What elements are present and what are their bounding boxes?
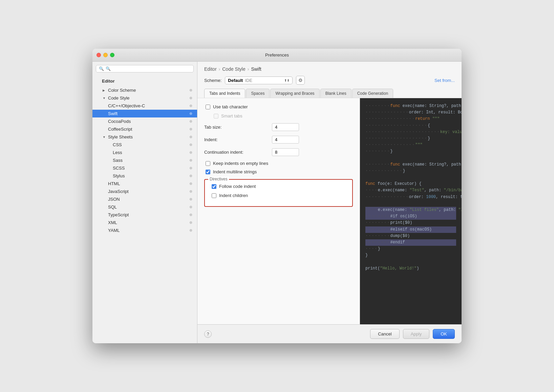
copy-icon[interactable]: ⊕ xyxy=(189,158,192,162)
code-line: ····} xyxy=(365,246,456,252)
use-tab-character-checkbox[interactable] xyxy=(206,105,210,109)
follow-code-indent-checkbox[interactable] xyxy=(212,184,216,189)
ok-button[interactable]: OK xyxy=(433,329,455,339)
sidebar-item-html[interactable]: HTML ⊕ xyxy=(92,180,197,188)
copy-icon[interactable]: ⊕ xyxy=(189,228,192,233)
indent-multiline-checkbox[interactable] xyxy=(206,170,210,174)
disclosure-arrow-open: ▼ xyxy=(103,96,107,100)
tabs-row: Tabs and Indents Spaces Wrapping and Bra… xyxy=(204,89,455,98)
continuation-indent-input[interactable] xyxy=(272,148,299,156)
code-line-highlight: ········#if os(iOS) xyxy=(365,213,456,220)
continuation-indent-row: Continuation indent: xyxy=(204,148,353,156)
code-line: ············} xyxy=(365,168,456,174)
copy-icon[interactable]: ⊕ xyxy=(189,181,192,186)
continuation-indent-label: Continuation indent: xyxy=(204,150,272,155)
sidebar: 🔍 Editor ▶ Color Scheme ⊕ ▼ Code Style ⊕… xyxy=(92,62,197,343)
sidebar-item-sass[interactable]: Sass ⊕ xyxy=(92,156,197,164)
use-tab-character-label: Use tab character xyxy=(213,104,248,109)
copy-icon[interactable]: ⊕ xyxy=(189,135,192,139)
sidebar-item-style-sheets[interactable]: ▼ Style Sheets ⊕ xyxy=(92,133,197,141)
disclosure-arrow-open: ▼ xyxy=(103,135,107,139)
sidebar-item-scss[interactable]: SCSS ⊕ xyxy=(92,164,197,172)
copy-icon[interactable]: ⊕ xyxy=(189,220,192,225)
code-line: } xyxy=(365,252,456,259)
copy-icon[interactable]: ⊕ xyxy=(189,213,192,217)
cancel-button[interactable]: Cancel xyxy=(370,329,399,339)
apply-button[interactable]: Apply xyxy=(403,329,430,339)
sidebar-item-javascript[interactable]: JavaScript ⊕ xyxy=(92,188,197,195)
tab-spaces[interactable]: Spaces xyxy=(246,89,270,98)
maximize-button[interactable] xyxy=(110,53,114,57)
help-button[interactable]: ? xyxy=(204,330,212,338)
breadcrumb-sep: › xyxy=(248,66,249,72)
sidebar-item-coffeescript[interactable]: CoffeeScript ⊕ xyxy=(92,125,197,133)
copy-icon[interactable]: ⊕ xyxy=(189,104,192,108)
search-input[interactable] xyxy=(106,66,191,71)
code-line-highlight: ········#elseif os(macOS) xyxy=(365,226,456,233)
copy-icon[interactable]: ⊕ xyxy=(189,197,192,201)
copy-icon[interactable]: ⊕ xyxy=(189,174,192,178)
use-tab-character-row: Use tab character xyxy=(204,104,353,109)
code-line: ··············order: Int, result: Bool) … xyxy=(365,109,456,116)
breadcrumb-sep: › xyxy=(219,66,220,72)
minimize-button[interactable] xyxy=(103,53,108,57)
copy-icon[interactable]: ⊕ xyxy=(189,88,192,92)
tab-size-row: Tab size: xyxy=(204,123,353,131)
sidebar-item-sql[interactable]: SQL ⊕ xyxy=(92,203,197,211)
code-line: ························key: value xyxy=(365,129,456,135)
sidebar-item-cpp[interactable]: C/C++/Objective-C ⊕ xyxy=(92,102,197,110)
indent-input[interactable] xyxy=(272,136,299,144)
code-line: ················""" xyxy=(365,142,456,148)
set-from-link[interactable]: Set from... xyxy=(434,78,455,83)
tab-code-generation[interactable]: Code Generation xyxy=(352,89,393,98)
code-line-highlight: ····e.exec(name: "List files", path: "ls… xyxy=(365,207,456,213)
tab-size-label: Tab size: xyxy=(204,125,272,130)
scheme-dropdown[interactable]: Default IDE ⬆⬇ xyxy=(225,77,293,84)
sidebar-item-less[interactable]: Less ⊕ xyxy=(92,149,197,156)
tab-blank-lines[interactable]: Blank Lines xyxy=(320,89,351,98)
sidebar-item-stylus[interactable]: Stylus ⊕ xyxy=(92,172,197,180)
dropdown-arrow: ⬆⬇ xyxy=(284,79,290,82)
smart-tabs-label: Smart tabs xyxy=(221,113,242,118)
smart-tabs-row: Smart tabs xyxy=(204,113,353,118)
sidebar-item-code-style[interactable]: ▼ Code Style ⊕ xyxy=(92,94,197,102)
copy-icon[interactable]: ⊕ xyxy=(189,205,192,209)
gear-button[interactable]: ⚙ xyxy=(296,76,305,85)
sidebar-item-json[interactable]: JSON ⊕ xyxy=(92,195,197,203)
search-icon: 🔍 xyxy=(99,66,104,71)
sidebar-item-color-scheme[interactable]: ▶ Color Scheme ⊕ xyxy=(92,86,197,94)
copy-icon[interactable]: ⊕ xyxy=(189,189,192,194)
copy-icon[interactable]: ⊕ xyxy=(189,111,192,116)
sidebar-item-xml[interactable]: XML ⊕ xyxy=(92,219,197,226)
code-preview: ········func exec(name: String?, path: S… xyxy=(360,98,462,324)
smart-tabs-checkbox[interactable] xyxy=(214,114,218,118)
indent-row: Indent: xyxy=(204,136,353,144)
indent-children-checkbox[interactable] xyxy=(212,193,216,198)
sidebar-item-swift[interactable]: Swift ⊕ xyxy=(92,110,197,117)
code-line: ····················} xyxy=(365,135,456,142)
copy-icon[interactable]: ⊕ xyxy=(189,150,192,155)
sidebar-item-yaml[interactable]: YAML ⊕ xyxy=(92,226,197,234)
sidebar-item-css[interactable]: CSS ⊕ xyxy=(92,141,197,149)
code-line: ····e.exec(name: "Test", path: "/bin/bas… xyxy=(365,187,456,194)
sidebar-item-typescript[interactable]: TypeScript ⊕ xyxy=(92,211,197,219)
copy-icon[interactable]: ⊕ xyxy=(189,96,192,100)
tab-size-input[interactable] xyxy=(272,123,299,131)
settings-panel: Use tab character Smart tabs Tab size: xyxy=(197,98,360,324)
scheme-row: Scheme: Default IDE ⬆⬇ ⚙ Set from... xyxy=(204,76,455,85)
copy-icon[interactable]: ⊕ xyxy=(189,143,192,147)
keep-indents-checkbox[interactable] xyxy=(206,161,210,166)
follow-code-indent-row: Follow code indent xyxy=(210,184,347,189)
tab-wrapping-braces[interactable]: Wrapping and Braces xyxy=(270,89,319,98)
copy-icon[interactable]: ⊕ xyxy=(189,119,192,124)
traffic-lights xyxy=(97,53,114,57)
copy-icon[interactable]: ⊕ xyxy=(189,166,192,170)
code-line: func foo(e: Executor) { xyxy=(365,181,456,187)
tab-tabs-indents[interactable]: Tabs and Indents xyxy=(204,89,245,98)
close-button[interactable] xyxy=(97,53,101,57)
keep-indents-row: Keep indents on empty lines xyxy=(204,161,353,166)
sidebar-item-cocoapods[interactable]: CocoaPods ⊕ xyxy=(92,117,197,125)
search-box[interactable]: 🔍 xyxy=(96,65,194,72)
copy-icon[interactable]: ⊕ xyxy=(189,127,192,131)
main-content: 🔍 Editor ▶ Color Scheme ⊕ ▼ Code Style ⊕… xyxy=(92,62,462,343)
